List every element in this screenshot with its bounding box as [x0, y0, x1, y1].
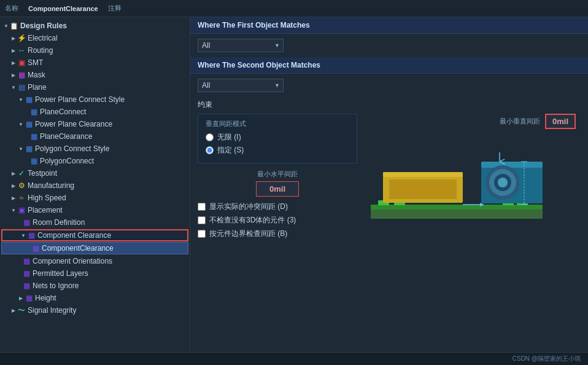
testpoint-label: Testpoint — [28, 169, 57, 178]
sidebar-item-plane[interactable]: ▼ ▤ Plane — [0, 81, 190, 93]
testpoint-icon: ✓ — [17, 169, 26, 178]
sidebar-item-ppc[interactable]: ▼ ▦ Power Plane Clearance — [0, 118, 190, 130]
planeconnect-icon: ▦ — [29, 108, 38, 116]
dropdown1-wrapper[interactable]: All ▼ — [198, 39, 284, 52]
section1-header: Where The First Object Matches — [190, 17, 588, 34]
constraint-left: 垂直间距模式 无限 (I) 指定 (S) 最小水平间距 — [198, 114, 357, 352]
roomdef-icon: ▦ — [22, 218, 31, 227]
electrical-label: Electrical — [28, 34, 58, 42]
radio-specify-input[interactable] — [206, 146, 214, 154]
permittedlayers-icon: ▦ — [22, 269, 31, 278]
sidebar-item-polycs[interactable]: ▼ ▦ Polygon Connect Style — [0, 143, 190, 155]
placement-icon: ▣ — [17, 206, 26, 214]
radio-specify[interactable]: 指定 (S) — [206, 145, 349, 155]
manufacturing-label: Manufacturing — [28, 181, 74, 190]
height-icon: ▦ — [25, 294, 33, 302]
testpoint-arrow: ▶ — [10, 170, 17, 177]
right-content: All ▼ Where The Second Object Matches Al… — [190, 39, 588, 352]
smt-label: SMT — [28, 58, 43, 67]
svg-rect-7 — [481, 162, 543, 168]
dropdown2-wrapper[interactable]: All ▼ — [198, 79, 284, 92]
planeclearance-icon: ▦ — [29, 132, 38, 141]
checkbox1-option[interactable]: 显示实际的冲突间距 (D) — [198, 202, 357, 212]
height-arrow: ▶ — [17, 294, 25, 302]
min-v-area: 最小垂直间距 0mil — [500, 114, 576, 129]
radio-group-label: 垂直间距模式 — [206, 119, 349, 128]
polycs-arrow: ▼ — [17, 145, 25, 152]
sidebar-item-manufacturing[interactable]: ▶ ⚙ Manufacturing — [0, 179, 190, 192]
top-bar: 名称 ComponentClearance 注释 — [0, 0, 588, 17]
sidebar-item-roomdef[interactable]: ▦ Room Definition — [0, 216, 190, 229]
highspeed-label: High Speed — [28, 194, 66, 202]
min-v-value[interactable]: 0mil — [545, 114, 576, 129]
checkbox2-option[interactable]: 不检查没有3D体的元件 (3) — [198, 215, 357, 226]
min-h-value[interactable]: 0mil — [256, 181, 299, 197]
placement-arrow: ▼ — [10, 206, 17, 214]
electrical-icon: ⚡ — [17, 34, 26, 42]
component-svg — [365, 134, 552, 241]
netsignore-label: Nets to Ignore — [33, 281, 79, 290]
sidebar-item-permittedlayers[interactable]: ▦ Permitted Layers — [0, 267, 190, 280]
plane-arrow: ▼ — [10, 84, 17, 91]
constraint-area: 垂直间距模式 无限 (I) 指定 (S) 最小水平间距 — [198, 114, 581, 352]
credit-text: CSDN @隔壁家的王小琪 — [513, 355, 581, 363]
ppcs-arrow: ▼ — [17, 96, 25, 103]
sidebar-item-componentclearance[interactable]: ▦ ComponentClearance — [1, 242, 188, 254]
ppc-icon: ▦ — [25, 120, 33, 128]
root-icon: 📋 — [10, 22, 18, 30]
checkbox3-input[interactable] — [198, 230, 206, 238]
compclear-label: Component Clearance — [37, 231, 111, 240]
sidebar-item-height[interactable]: ▶ ▦ Height — [0, 292, 190, 304]
checkbox-options: 显示实际的冲突间距 (D) 不检查没有3D体的元件 (3) 按元件边界检查间距 … — [198, 202, 357, 239]
planeconnect-arrow — [25, 108, 29, 116]
sidebar-item-electrical[interactable]: ▶ ⚡ Electrical — [0, 32, 190, 44]
routing-arrow: ▶ — [10, 47, 17, 54]
signalintegrity-arrow: ▶ — [10, 307, 17, 314]
planeconnect-label: PlaneConnect — [40, 108, 86, 116]
sidebar-item-placement[interactable]: ▼ ▣ Placement — [0, 204, 190, 216]
sidebar-item-highspeed[interactable]: ▶ ≈ High Speed — [0, 192, 190, 204]
sidebar-item-compclear[interactable]: ▼ ▦ Component Clearance — [1, 229, 188, 241]
permittedlayers-label: Permitted Layers — [33, 269, 88, 278]
componentclearance-label: ComponentClearance — [42, 244, 114, 253]
dropdown2-select[interactable]: All — [198, 79, 284, 92]
radio-unlimited-label: 无限 (I) — [217, 132, 241, 143]
mask-arrow: ▶ — [10, 71, 17, 79]
radio-unlimited[interactable]: 无限 (I) — [206, 132, 349, 143]
tree-root[interactable]: ▼ 📋 Design Rules — [0, 20, 190, 32]
sidebar-item-mask[interactable]: ▶ ▦ Mask — [0, 69, 190, 81]
min-h-label: 最小水平间距 — [198, 170, 357, 179]
placement-label: Placement — [28, 206, 63, 214]
sidebar-item-testpoint[interactable]: ▶ ✓ Testpoint — [0, 167, 190, 179]
radio-unlimited-input[interactable] — [206, 133, 214, 141]
ppcs-label: Power Plane Connect Style — [35, 95, 125, 104]
sidebar-item-routing[interactable]: ▶ ↔ Routing — [0, 44, 190, 57]
dropdown1-select[interactable]: All — [198, 39, 284, 52]
checkbox3-option[interactable]: 按元件边界检查间距 (B) — [198, 229, 357, 239]
electrical-arrow: ▶ — [10, 34, 17, 42]
sidebar-item-planeconnect[interactable]: ▦ PlaneConnect — [0, 106, 190, 118]
height-label: Height — [35, 294, 56, 302]
checkbox3-label: 按元件边界检查间距 (B) — [209, 229, 287, 239]
sidebar-item-smt[interactable]: ▶ ▣ SMT — [0, 57, 190, 69]
comporient-label: Component Orientations — [33, 257, 112, 265]
sidebar-item-planeclearance[interactable]: ▦ PlaneClearance — [0, 130, 190, 143]
polycs-icon: ▦ — [25, 144, 33, 153]
constraint-label: 约束 — [198, 100, 581, 110]
manufacturing-icon: ⚙ — [17, 181, 26, 190]
min-h-section: 最小水平间距 0mil — [198, 170, 357, 197]
sidebar-item-signalintegrity[interactable]: ▶ 〜 Signal Integrity — [0, 304, 190, 316]
constraint-right: 最小垂直间距 0mil — [365, 114, 581, 352]
polygonconnect-icon: ▦ — [29, 157, 38, 165]
sidebar-item-ppcs[interactable]: ▼ ▦ Power Plane Connect Style — [0, 93, 190, 106]
signalintegrity-label: Signal Integrity — [28, 306, 76, 315]
bottom-bar: CSDN @隔壁家的王小琪 — [0, 352, 588, 365]
sidebar-item-netsignore[interactable]: ▦ Nets to Ignore — [0, 280, 190, 292]
name-value: ComponentClearance — [28, 5, 98, 12]
checkbox2-input[interactable] — [198, 216, 206, 224]
routing-label: Routing — [28, 46, 53, 55]
plane-icon: ▤ — [17, 83, 26, 92]
sidebar-item-polygonconnect[interactable]: ▦ PolygonConnect — [0, 155, 190, 167]
checkbox1-input[interactable] — [198, 203, 206, 211]
sidebar-item-comporient[interactable]: ▦ Component Orientations — [0, 255, 190, 267]
